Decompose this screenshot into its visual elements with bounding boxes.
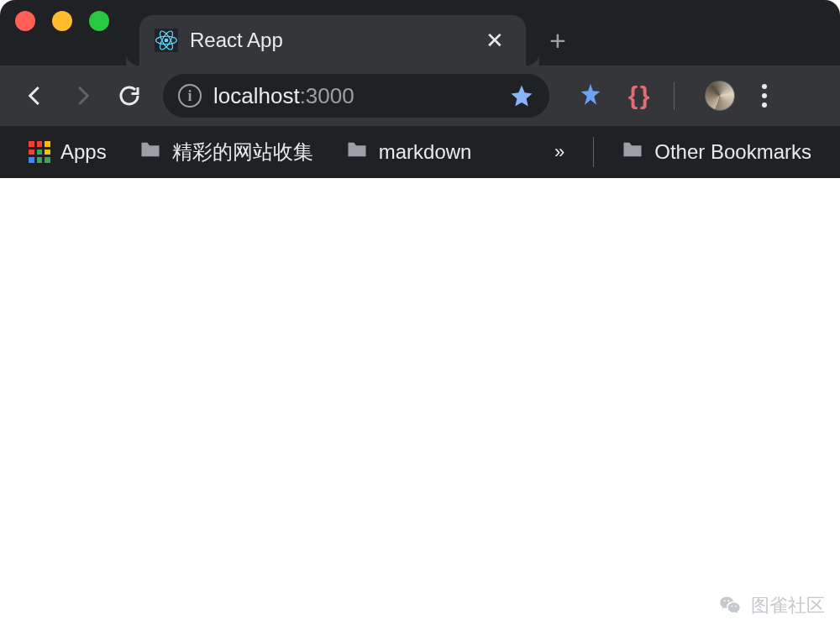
svg-point-0 bbox=[165, 39, 169, 43]
menu-button[interactable] bbox=[753, 77, 775, 114]
back-button[interactable] bbox=[15, 76, 55, 116]
bookmarks-bar: Apps 精彩的网站收集 markdown » Other Bookmarks bbox=[0, 126, 840, 178]
extension-json-formatter[interactable]: { } bbox=[623, 81, 652, 110]
other-bookmarks-label: Other Bookmarks bbox=[654, 140, 811, 164]
bookmarks-apps[interactable]: Apps bbox=[17, 135, 118, 169]
reload-button[interactable] bbox=[109, 76, 150, 116]
watermark-text: 图雀社区 bbox=[751, 593, 825, 618]
tab-strip: React App ✕ + bbox=[0, 0, 840, 66]
other-bookmarks[interactable]: Other Bookmarks bbox=[609, 133, 823, 171]
site-info-icon[interactable] bbox=[178, 84, 202, 108]
url-host: localhost bbox=[213, 83, 300, 108]
window-controls bbox=[15, 0, 139, 66]
react-icon bbox=[155, 29, 178, 52]
folder-icon bbox=[345, 138, 369, 166]
tab-close-button[interactable]: ✕ bbox=[482, 26, 507, 55]
bookmarks-apps-label: Apps bbox=[60, 140, 107, 164]
window-maximize-button[interactable] bbox=[89, 11, 109, 31]
toolbar: localhost:3000 { } bbox=[0, 66, 840, 126]
url-port: :3000 bbox=[300, 83, 354, 108]
forward-button[interactable] bbox=[62, 76, 102, 116]
url-text: localhost:3000 bbox=[213, 83, 497, 109]
separator bbox=[674, 81, 675, 110]
bookmark-folder[interactable]: 精彩的网站收集 bbox=[127, 133, 325, 171]
tab-title: React App bbox=[190, 29, 470, 52]
bookmarks-overflow-button[interactable]: » bbox=[541, 134, 578, 170]
window-minimize-button[interactable] bbox=[52, 11, 72, 31]
bookmark-folder-label: 精彩的网站收集 bbox=[172, 139, 313, 165]
address-bar[interactable]: localhost:3000 bbox=[163, 74, 549, 118]
browser-tab[interactable]: React App ✕ bbox=[139, 15, 526, 66]
browser-chrome: React App ✕ + localhost:3000 bbox=[0, 0, 840, 178]
window-close-button[interactable] bbox=[15, 11, 35, 31]
apps-grid-icon bbox=[29, 141, 50, 163]
bookmark-folder-label: markdown bbox=[379, 140, 472, 164]
extensions-area: { } bbox=[563, 77, 782, 114]
bookmark-star-icon[interactable] bbox=[509, 83, 534, 108]
bookmark-folder[interactable]: markdown bbox=[333, 133, 484, 171]
extension-react-devtools[interactable] bbox=[576, 81, 605, 110]
wechat-icon bbox=[717, 593, 743, 618]
watermark: 图雀社区 bbox=[717, 593, 825, 618]
profile-avatar[interactable] bbox=[705, 81, 735, 111]
page-content bbox=[0, 178, 840, 630]
folder-icon bbox=[621, 138, 644, 166]
folder-icon bbox=[139, 138, 162, 166]
separator bbox=[593, 137, 594, 167]
